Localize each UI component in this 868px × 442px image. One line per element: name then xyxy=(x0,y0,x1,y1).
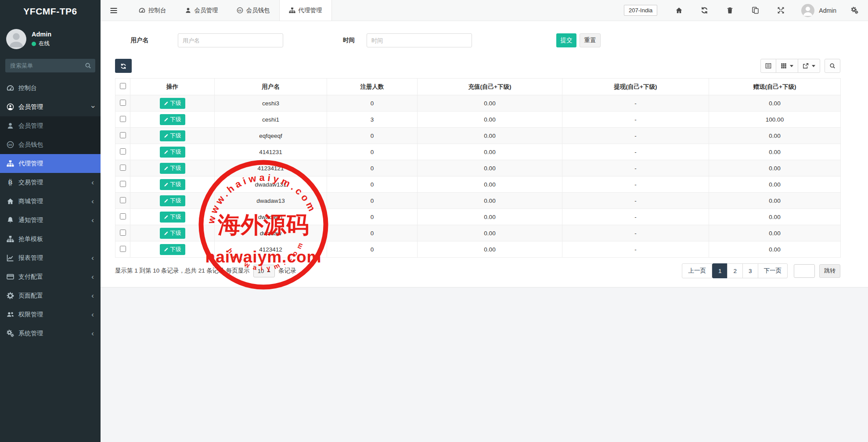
sub-agents-button[interactable]: 下级 xyxy=(160,114,185,125)
registered-cell: 0 xyxy=(327,193,418,209)
gift-cell: 0.00 xyxy=(709,144,841,160)
jump-button[interactable]: 跳转 xyxy=(819,264,840,278)
sidebar-item-2[interactable]: 会员管理 xyxy=(0,116,101,135)
username-cell: dwadaw131 xyxy=(215,176,327,193)
sidebar-item-10[interactable]: 支付配置‹ xyxy=(0,267,101,286)
svg-text:cc: cc xyxy=(8,143,12,147)
sidebar-item-label: 通知管理 xyxy=(18,216,43,224)
tab-2[interactable]: cc会员钱包 xyxy=(227,0,279,21)
tab-label: 会员管理 xyxy=(194,7,218,14)
refresh-icon[interactable] xyxy=(701,7,708,14)
column-header: 用户名 xyxy=(215,79,327,95)
row-checkbox[interactable] xyxy=(120,246,126,252)
gauge-icon xyxy=(7,84,14,92)
search-icon[interactable] xyxy=(85,62,91,69)
home-icon[interactable] xyxy=(675,7,683,14)
sub-agents-button[interactable]: 下级 xyxy=(160,244,185,255)
tab-0[interactable]: 控制台 xyxy=(130,0,176,21)
username-cell: 41234121 xyxy=(215,160,327,176)
admin-menu[interactable]: Admin xyxy=(819,7,836,14)
table-refresh-button[interactable] xyxy=(115,59,132,73)
avatar[interactable] xyxy=(801,4,814,17)
table-row: 下级dwadaw100.00-0.00 xyxy=(115,209,841,225)
svg-text:B: B xyxy=(8,179,13,186)
app-logo: YFCMF-TP6 xyxy=(0,0,101,23)
page-button-1[interactable]: 1 xyxy=(712,263,728,278)
row-checkbox[interactable] xyxy=(120,230,126,236)
row-checkbox[interactable] xyxy=(120,213,126,219)
sub-agents-button[interactable]: 下级 xyxy=(160,212,185,223)
sub-agents-button[interactable]: 下级 xyxy=(160,195,185,206)
sidebar-item-1[interactable]: 会员管理‹ xyxy=(0,97,101,116)
sidebar-item-6[interactable]: 商城管理‹ xyxy=(0,192,101,211)
pagination-summary: 显示第 1 到第 10 条记录，总共 21 条记录 每页显示 10 条记录 xyxy=(115,265,296,277)
toggle-view-button[interactable] xyxy=(760,59,776,73)
sub-agents-button[interactable]: 下级 xyxy=(160,179,185,190)
sidebar-item-11[interactable]: 页面配置‹ xyxy=(0,286,101,305)
row-checkbox[interactable] xyxy=(120,116,126,122)
sidebar-item-label: 交易管理 xyxy=(18,179,43,187)
sub-agents-button[interactable]: 下级 xyxy=(160,228,185,239)
sidebar-item-4[interactable]: 代理管理 xyxy=(0,154,101,173)
trash-icon[interactable] xyxy=(726,7,734,14)
time-input[interactable] xyxy=(367,33,472,47)
column-header: 赠送(自己+下级) xyxy=(709,79,841,95)
select-all-checkbox[interactable] xyxy=(120,83,126,89)
row-checkbox[interactable] xyxy=(120,100,126,106)
row-checkbox[interactable] xyxy=(120,165,126,171)
sub-agents-button[interactable]: 下级 xyxy=(160,163,185,174)
username-input[interactable] xyxy=(178,33,283,47)
gift-cell: 0.00 xyxy=(709,241,841,258)
export-button[interactable] xyxy=(798,59,820,73)
sub-agents-button[interactable]: 下级 xyxy=(160,98,185,109)
tab-1[interactable]: 会员管理 xyxy=(176,0,227,21)
hamburger-icon[interactable] xyxy=(109,6,118,15)
reset-button[interactable]: 重置 xyxy=(580,33,601,47)
sidebar-item-7[interactable]: 通知管理‹ xyxy=(0,211,101,230)
username-cell: 4123412 xyxy=(215,241,327,258)
gift-cell: 0.00 xyxy=(709,176,841,193)
page-size-select[interactable]: 10 xyxy=(253,265,275,277)
pencil-icon xyxy=(164,101,169,106)
sub-agents-button[interactable]: 下级 xyxy=(160,147,185,158)
username-cell: ceshi1 xyxy=(215,111,327,128)
pencil-icon xyxy=(164,231,169,236)
sidebar: YFCMF-TP6 Admin 在线 控制台会员管理‹会员管理cc会员钱包代理管… xyxy=(0,0,101,442)
registered-cell: 0 xyxy=(327,144,418,160)
chevron-left-icon: ‹ xyxy=(91,198,94,205)
sidebar-item-label: 系统管理 xyxy=(18,330,43,338)
clear-cache-icon[interactable] xyxy=(752,7,759,14)
region-selector[interactable]: 207-India xyxy=(624,5,657,16)
withdraw-cell: - xyxy=(562,176,709,193)
row-checkbox[interactable] xyxy=(120,148,126,155)
sidebar-item-13[interactable]: 系统管理‹ xyxy=(0,324,101,343)
next-page-button[interactable]: 下一页 xyxy=(758,263,788,278)
username-cell: ceshi3 xyxy=(215,95,327,111)
sidebar-item-0[interactable]: 控制台 xyxy=(0,79,101,97)
sidebar-item-5[interactable]: B交易管理‹ xyxy=(0,173,101,192)
sidebar-item-9[interactable]: 报表管理‹ xyxy=(0,248,101,267)
settings-cogs-icon[interactable] xyxy=(851,7,858,14)
fullscreen-icon[interactable] xyxy=(777,7,785,14)
sub-agents-button-label: 下级 xyxy=(170,181,181,188)
jump-page-input[interactable] xyxy=(794,264,815,278)
sub-agents-button[interactable]: 下级 xyxy=(160,130,185,141)
tab-3[interactable]: 代理管理 xyxy=(279,0,332,21)
table-toolbar xyxy=(760,59,840,73)
prev-page-button[interactable]: 上一页 xyxy=(682,263,712,278)
page-button-2[interactable]: 2 xyxy=(727,263,743,278)
svg-text:cc: cc xyxy=(238,9,241,12)
sidebar-item-12[interactable]: 权限管理‹ xyxy=(0,305,101,324)
sub-agents-button-label: 下级 xyxy=(170,116,181,123)
row-checkbox[interactable] xyxy=(120,132,126,138)
row-checkbox[interactable] xyxy=(120,181,126,187)
chevron-down-icon xyxy=(790,65,793,67)
submit-button[interactable]: 提交 xyxy=(556,33,576,47)
row-checkbox[interactable] xyxy=(120,197,126,203)
page-button-3[interactable]: 3 xyxy=(742,263,758,278)
menu-search-input[interactable] xyxy=(5,59,95,72)
columns-button[interactable] xyxy=(776,59,798,73)
sidebar-item-3[interactable]: cc会员钱包 xyxy=(0,135,101,154)
sidebar-item-8[interactable]: 抢单模板 xyxy=(0,230,101,248)
search-toggle-button[interactable] xyxy=(825,59,840,73)
